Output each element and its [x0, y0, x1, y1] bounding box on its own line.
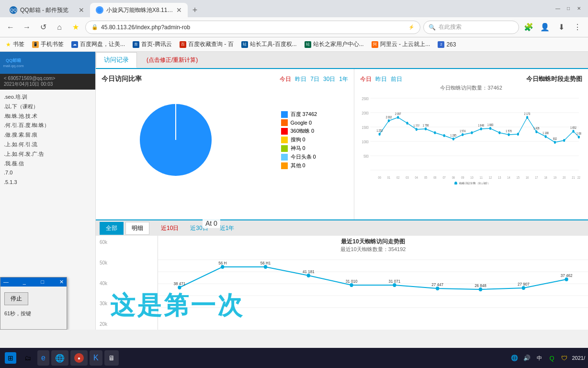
svg-point-85: [264, 265, 267, 269]
star-icon: ★: [6, 41, 11, 48]
email-line-2: .以.下（课程）: [4, 102, 91, 112]
bottom-tab-all[interactable]: 全部: [100, 222, 124, 235]
bk-mobile-label: 手机书签: [41, 40, 64, 48]
search-bar[interactable]: 🔍 在此搜索: [423, 21, 519, 34]
bk-baiduc-label: 百度收藏查询 - 百: [188, 40, 234, 48]
qq-mail-tab-close[interactable]: ✕: [79, 6, 84, 14]
bookmark-baidu-pan[interactable]: ☁ 百度网盘，让美...: [69, 39, 127, 49]
popup-restore[interactable]: □: [41, 279, 45, 285]
svg-text:1000: 1000: [362, 139, 369, 144]
start-button[interactable]: ⊞: [3, 350, 18, 366]
bookmark-263[interactable]: 2 263: [436, 40, 458, 49]
tab-recalculate[interactable]: (点击修正/重新计算): [139, 53, 205, 67]
ie-taskbar-item[interactable]: e: [37, 350, 49, 366]
popup-title-text: —: [3, 279, 9, 285]
window-close[interactable]: ✕: [575, 4, 583, 12]
shield-tray-icon[interactable]: 🛡: [559, 353, 569, 363]
tencent-icon: 首: [133, 41, 139, 48]
reload-button[interactable]: ↺: [36, 21, 50, 34]
extensions-button[interactable]: 🧩: [522, 21, 535, 34]
windows-icon: ⊞: [5, 352, 16, 364]
ime-tray-icon[interactable]: 中: [534, 353, 544, 363]
svg-text:2 002: 2 002: [386, 115, 392, 119]
bottom-period-1year[interactable]: 近1年: [220, 224, 235, 232]
period-30day[interactable]: 30日: [323, 75, 335, 83]
svg-text:17: 17: [535, 175, 538, 179]
baidu-pan-icon: ☁: [71, 41, 78, 48]
email-line-5: .做.搜.索.留.痕: [4, 130, 91, 140]
volume-tray-icon[interactable]: 🔊: [522, 353, 531, 363]
admin-tabs: 访问记录 (点击修正/重新计算): [96, 52, 588, 69]
svg-text:2 173: 2 173: [524, 112, 531, 115]
kugou-taskbar-item[interactable]: K: [90, 350, 102, 366]
right-period-today[interactable]: 今日: [360, 75, 372, 83]
obs-taskbar-item[interactable]: ●: [70, 350, 88, 366]
edge-taskbar-item[interactable]: 🌐: [51, 350, 68, 366]
bookmark-aliyun[interactable]: 阿 阿里云 - 上云就上...: [370, 39, 432, 49]
stop-button[interactable]: 停止: [4, 292, 28, 305]
taskview-button[interactable]: 🗂: [20, 350, 35, 366]
google-color: [281, 119, 288, 126]
right-period-beforeyesterday[interactable]: 前日: [391, 75, 402, 83]
legend-shenma: 神马 0: [281, 145, 317, 152]
network-tray-icon[interactable]: 🌐: [509, 353, 519, 363]
bookmark-webmaster-tools[interactable]: 站 站长工具-百度权...: [239, 39, 299, 49]
svg-point-17: [416, 128, 418, 131]
svg-point-31: [544, 135, 546, 138]
svg-point-75: [454, 182, 457, 184]
svg-point-84: [221, 265, 224, 269]
svg-text:14: 14: [507, 175, 510, 179]
forward-button[interactable]: →: [20, 21, 34, 34]
263-icon: 2: [438, 41, 444, 48]
y-axis-50k: 50k: [100, 260, 154, 265]
svg-point-29: [526, 116, 528, 119]
tab-visit-record[interactable]: 访问记录: [96, 52, 137, 68]
period-today[interactable]: 今日: [280, 75, 291, 83]
menu-button[interactable]: ⋮: [571, 21, 584, 34]
remote-taskbar-item[interactable]: 🖥: [104, 350, 119, 366]
360-color: [281, 128, 288, 135]
svg-point-27: [508, 133, 509, 136]
left-chart-header: 今日访问比率 今日 昨日 7日 30日 1年: [102, 75, 348, 83]
period-7day[interactable]: 7日: [310, 75, 319, 83]
bookmark-button[interactable]: ★: [69, 21, 82, 34]
email-line-1: .seo.培.训: [4, 92, 91, 102]
popup-close-btn[interactable]: ✕: [59, 279, 64, 285]
svg-text:13: 13: [498, 175, 501, 179]
legend-sougou-text: 搜狗 0: [291, 136, 305, 143]
svg-text:20: 20: [563, 175, 565, 179]
bookmark-star[interactable]: ★ 书签: [4, 39, 26, 49]
admin-tab-close[interactable]: ✕: [176, 6, 182, 14]
bookmark-tencent-cloud[interactable]: 首 首页-腾讯云: [131, 39, 174, 49]
email-from: < 690571569@qq.com>: [4, 76, 91, 81]
window-maximize[interactable]: □: [564, 4, 573, 12]
svg-point-18: [425, 127, 427, 130]
tab-admin[interactable]: 🌀 小旋风万能蜘蛛池X8.11后台管理 ✕: [90, 3, 188, 17]
svg-text:37 462: 37 462: [561, 273, 573, 278]
period-1year[interactable]: 1年: [339, 75, 348, 83]
svg-point-22: [462, 133, 464, 136]
right-period-yesterday[interactable]: 昨日: [375, 75, 387, 83]
profile-button[interactable]: 👤: [538, 21, 552, 34]
back-button[interactable]: ←: [4, 21, 17, 34]
window-minimize[interactable]: —: [554, 4, 562, 12]
qqpcmgr-icon[interactable]: Q: [547, 353, 556, 363]
period-tabs: 今日 昨日 7日 30日 1年: [280, 75, 348, 83]
new-tab-button[interactable]: +: [188, 3, 202, 17]
bottom-period-10day[interactable]: 近10日: [161, 224, 179, 232]
popup-status-text: 61秒，按键: [4, 310, 63, 317]
bookmark-mobile[interactable]: 📱 手机书签: [30, 39, 66, 49]
tab-qq-mail[interactable]: QQ QQ邮箱 - 邮件预览 ✕: [4, 3, 90, 17]
right-period-tabs: 今日 昨日 前日: [360, 75, 402, 83]
home-button[interactable]: ⌂: [53, 21, 66, 34]
svg-text:01: 01: [387, 175, 390, 179]
svg-text:11: 11: [480, 175, 483, 179]
bottom-tab-detail[interactable]: 明细: [125, 222, 149, 235]
bookmark-zhanzhijia[interactable]: 站 站长之家用户中心...: [303, 39, 366, 49]
bookmark-baidu-collect[interactable]: 百 百度收藏查询 - 百: [178, 39, 236, 49]
address-bar[interactable]: 🔒 45.80.113.26/index.php?admin-rob ⚡: [85, 21, 420, 34]
period-yesterday[interactable]: 昨日: [295, 75, 306, 83]
popup-minimize[interactable]: _: [23, 279, 26, 285]
download-button[interactable]: ⬇: [554, 21, 568, 34]
svg-point-23: [471, 131, 473, 134]
